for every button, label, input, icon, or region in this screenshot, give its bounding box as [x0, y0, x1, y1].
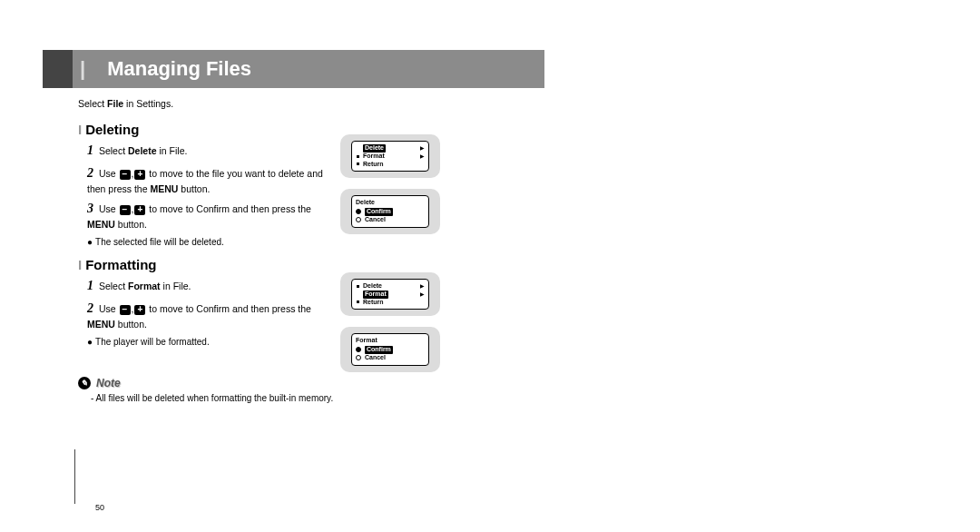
menu-item-delete: Delete: [363, 282, 382, 291]
note-label: Note: [96, 376, 121, 390]
heading-text: Deleting: [85, 122, 139, 137]
screen-frame: Delete Confirm Cancel: [340, 189, 440, 233]
heading-text: Formatting: [85, 257, 156, 272]
page-number: 50: [95, 503, 104, 512]
formatting-step-2: 2 Use −,+ to move to Confirm and then pr…: [87, 300, 323, 330]
title-accent-block: [43, 50, 73, 88]
title-bar: | Managing Files: [73, 50, 544, 88]
step-text: Use: [99, 303, 119, 314]
chevron-right-icon: ▶: [420, 145, 425, 151]
step-text: Select: [99, 281, 128, 291]
deleting-step-1: 1 Select Delete in File.: [87, 143, 323, 160]
screen-frame: Format Confirm Cancel: [340, 327, 440, 371]
minus-icon: −: [120, 305, 131, 315]
step-bold: Format: [128, 281, 161, 291]
intro-post: in Settings.: [123, 98, 173, 109]
confirm-title: Delete: [356, 199, 425, 207]
step-text: to move to Confirm and then press the: [149, 303, 311, 314]
chevron-right-icon: ▶: [420, 283, 425, 289]
step-text: to move to Confirm and then press the: [149, 203, 311, 214]
step-bold: MENU: [87, 319, 115, 330]
menu-item-delete: Delete: [365, 144, 384, 151]
screens-formatting: Delete▶ Format▶ Return Format Confirm Ca…: [340, 272, 440, 383]
step-bold: MENU: [150, 183, 178, 194]
title-separator-icon: |: [73, 57, 91, 81]
heading-bar-icon: I: [78, 257, 82, 272]
formatting-result: ●The player will be formatted.: [87, 336, 544, 349]
device-screen-menu: Delete▶ Format▶ Return: [351, 141, 429, 172]
radio-empty-icon: [356, 355, 361, 360]
deleting-result: ●The selected file will be deleted.: [87, 236, 544, 249]
manual-page: | Managing Files Select File in Settings…: [73, 50, 544, 404]
formatting-step-1: 1 Select Format in File.: [87, 278, 323, 295]
minus-icon: −: [120, 205, 131, 215]
section-heading-deleting: IDeleting: [78, 121, 544, 139]
step-text: Use: [99, 203, 119, 214]
section-heading-formatting: IFormatting: [78, 256, 544, 274]
note-block: ✎ Note - All files will be deleted when …: [78, 376, 544, 405]
intro-text: Select File in Settings.: [78, 97, 544, 110]
step-text: Use: [99, 168, 119, 179]
menu-item-format: Format: [363, 153, 385, 161]
confirm-option: Confirm: [367, 208, 391, 214]
confirm-title: Format: [356, 337, 425, 345]
step-number: 1: [87, 143, 93, 157]
plus-icon: +: [134, 205, 145, 215]
confirm-option: Confirm: [367, 346, 391, 352]
deleting-step-3: 3 Use −,+ to move to Confirm and then pr…: [87, 201, 323, 231]
cancel-option: Cancel: [365, 216, 386, 224]
radio-filled-icon: [356, 347, 361, 352]
menu-item-format: Format: [365, 291, 387, 297]
step-number: 1: [87, 279, 93, 292]
chevron-right-icon: ▶: [420, 291, 425, 297]
step-bold: MENU: [87, 219, 115, 230]
step-text: in File.: [161, 281, 191, 291]
plus-icon: +: [134, 170, 145, 180]
device-screen-confirm: Delete Confirm Cancel: [351, 195, 429, 227]
note-icon: ✎: [78, 377, 91, 389]
page-gutter-rule: [74, 449, 75, 504]
bullet-text: The selected file will be deleted.: [95, 237, 224, 247]
step-text: button.: [115, 319, 147, 330]
heading-bar-icon: I: [78, 122, 82, 137]
bullet-text: The player will be formatted.: [95, 337, 210, 347]
menu-item-return: Return: [363, 161, 384, 169]
step-text: button.: [115, 219, 147, 230]
note-text: - All files will be deleted when formatt…: [91, 392, 544, 405]
step-number: 2: [87, 166, 93, 180]
deleting-step-2: 2 Use −,+ to move to the file you want t…: [87, 165, 323, 195]
device-screen-menu: Delete▶ Format▶ Return: [351, 279, 429, 310]
step-text: button.: [178, 183, 210, 194]
page-title: Managing Files: [91, 57, 251, 81]
cancel-option: Cancel: [365, 354, 386, 362]
step-bold: Delete: [128, 145, 157, 156]
intro-pre: Select: [78, 98, 107, 109]
bullet-icon: ●: [87, 237, 93, 247]
step-number: 3: [87, 202, 93, 215]
content-area: Select File in Settings. IDeleting 1 Sel…: [73, 88, 544, 404]
note-text-content: All files will be deleted when formattin…: [96, 393, 334, 403]
step-text: in File.: [157, 145, 188, 156]
chevron-right-icon: ▶: [420, 153, 425, 159]
plus-icon: +: [134, 305, 145, 315]
screen-frame: Delete▶ Format▶ Return: [340, 272, 440, 316]
device-screen-confirm: Format Confirm Cancel: [351, 333, 429, 365]
radio-filled-icon: [356, 209, 361, 214]
note-heading: ✎ Note: [78, 376, 544, 390]
menu-item-return: Return: [363, 299, 384, 307]
minus-icon: −: [120, 170, 131, 180]
step-text: Select: [99, 145, 128, 156]
intro-bold: File: [107, 98, 123, 109]
radio-empty-icon: [356, 217, 361, 222]
screen-frame: Delete▶ Format▶ Return: [340, 134, 440, 178]
bullet-icon: ●: [87, 337, 93, 347]
step-number: 2: [87, 301, 93, 315]
screens-deleting: Delete▶ Format▶ Return Delete Confirm Ca…: [340, 134, 440, 245]
